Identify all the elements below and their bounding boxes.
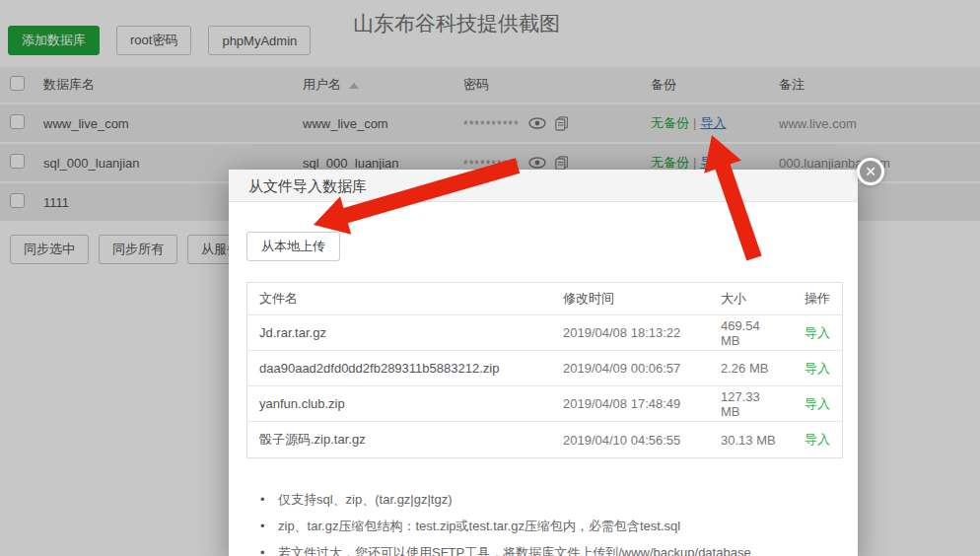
file-mtime: 2019/04/08 17:48:49 [563,396,721,411]
col-header-action: 操作 [781,290,830,308]
file-table-header: 文件名 修改时间 大小 操作 [247,283,842,315]
note-line: 若文件过大，您还可以使用SFTP工具，将数据库文件上传到/www/backup/… [256,539,843,556]
file-name: 骰子源码.zip.tar.gz [259,431,563,449]
close-icon: ✕ [865,165,876,178]
col-header-size: 大小 [721,290,781,308]
modal-header: 从文件导入数据库 [229,170,858,202]
help-notes: 仅支持sql、zip、(tar.gz|gz|tgz) zip、tar.gz压缩包… [256,486,843,556]
modal-body: 从本地上传 文件名 修改时间 大小 操作 Jd.rar.tar.gz 2019/… [229,202,858,556]
modal-title: 从文件导入数据库 [248,177,367,194]
file-name: Jd.rar.tar.gz [259,325,563,340]
file-row: 骰子源码.zip.tar.gz 2019/04/10 04:56:55 30.1… [247,422,842,457]
file-import-link[interactable]: 导入 [805,325,830,340]
file-import-link[interactable]: 导入 [805,396,830,411]
import-database-modal: 从文件导入数据库 从本地上传 文件名 修改时间 大小 操作 Jd.rar.tar… [229,170,858,556]
modal-close-button[interactable]: ✕ [857,158,884,185]
file-row: yanfun.club.zip 2019/04/08 17:48:49 127.… [247,386,842,422]
file-table: 文件名 修改时间 大小 操作 Jd.rar.tar.gz 2019/04/08 … [246,282,843,458]
file-import-link[interactable]: 导入 [805,432,830,447]
note-line: zip、tar.gz压缩包结构：test.zip或test.tar.gz压缩包内… [256,513,843,539]
note-line: 仅支持sql、zip、(tar.gz|gz|tgz) [256,486,843,513]
file-mtime: 2019/04/10 04:56:55 [563,433,721,448]
col-header-mtime: 修改时间 [563,290,721,308]
col-header-filename: 文件名 [259,290,563,308]
file-name: daa90aad2dfd0dd2fb289311b5883212.zip [259,361,563,376]
upload-local-button[interactable]: 从本地上传 [246,232,340,261]
file-size: 469.54 MB [721,318,781,348]
file-import-link[interactable]: 导入 [805,361,830,376]
file-mtime: 2019/04/09 00:06:57 [563,361,721,376]
file-name: yanfun.club.zip [259,396,563,411]
file-row: daa90aad2dfd0dd2fb289311b5883212.zip 201… [247,351,842,386]
file-size: 2.26 MB [721,361,781,376]
file-size: 127.33 MB [721,389,781,419]
file-size: 30.13 MB [721,433,781,448]
file-mtime: 2019/04/08 18:13:22 [563,325,721,340]
screen: 添加数据库 root密码 phpMyAdmin 山东布谷科技提供截图 数据库名 … [0,0,980,556]
file-row: Jd.rar.tar.gz 2019/04/08 18:13:22 469.54… [247,315,842,351]
